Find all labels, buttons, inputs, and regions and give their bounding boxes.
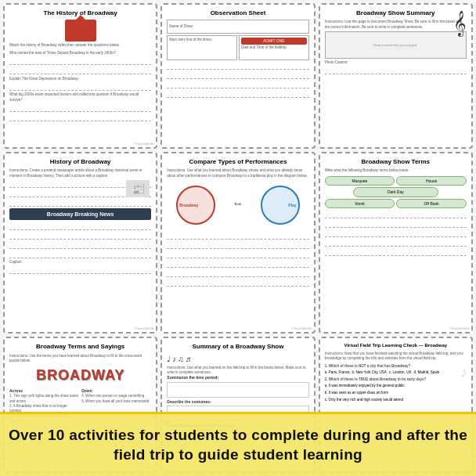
terms-line-4 <box>325 239 467 247</box>
card-1-subtitle: Watch the history of Broadway video then… <box>9 43 151 48</box>
venn-diagram: Broadway Both Play <box>167 182 308 229</box>
watermark-4: ©TeachWithBri <box>134 326 155 330</box>
card-4-instructions: Instructions: Create a pretend newspaper… <box>9 168 151 178</box>
card-11-title: Virtual Field Trip Learning Check — Broa… <box>325 343 467 349</box>
q2c: c. Only the very rich and high society w… <box>325 398 403 402</box>
obs-line-1 <box>167 62 308 70</box>
card-history-broadway: The History of Broadway Watch the histor… <box>3 3 157 149</box>
card-show-summary: Broadway Show Summary 𝄞 Instructions: Us… <box>319 3 473 149</box>
card-3-title: Broadway Show Summary <box>325 9 467 17</box>
q2: 2. Which of these is TRUE about Broadway… <box>325 377 467 382</box>
treble-clef-icon: 𝄞 <box>453 9 467 38</box>
card-2-title: Observation Sheet <box>167 9 308 17</box>
overlay-banner: Over 10 activities for students to compl… <box>0 412 476 476</box>
terms-line-1 <box>325 211 467 218</box>
photo-draw-box: Draw a scene that you enjoyed: <box>325 31 467 59</box>
compare-line-4 <box>167 260 308 268</box>
compare-line-2 <box>167 241 308 249</box>
q1a: a. Paris, France <box>325 370 350 375</box>
card-5-instructions: Instructions: Use what you learned about… <box>167 168 308 178</box>
broadway-red-label: BROADWAY <box>9 366 151 384</box>
costumes-label: Describe the costumes: <box>167 399 308 405</box>
card-1-prompt2: Who owned the area of Times Square Broad… <box>9 51 151 56</box>
card-8-subtitle: Write what the following Broadway terms … <box>325 168 467 173</box>
across-label: Across <box>9 388 79 394</box>
answer-line-5 <box>9 114 151 121</box>
caption-line <box>325 67 467 74</box>
card-9-title: Broadway Terms and Sayings <box>9 343 151 351</box>
term-vomit: Vomit <box>325 199 395 209</box>
compare-line-3 <box>167 251 308 258</box>
broadway-building-icon <box>65 20 96 41</box>
q2-choices: a. It was immediately enjoyed by the gen… <box>325 384 467 402</box>
terms-line-3 <box>325 229 467 237</box>
down-label: Down <box>81 388 151 394</box>
news-line-7 <box>9 251 151 258</box>
watermark-1: ©TeachWithBri <box>134 142 155 146</box>
answer-line-2 <box>9 67 151 74</box>
photo-caption-label: Photo Caption: <box>325 60 467 65</box>
card-history-newspaper: History of Broadway Instructions: Create… <box>3 152 157 334</box>
breaking-news-header: Broadway Breaking News <box>9 208 151 220</box>
terms-grid: Marquee House Dark Day Vomit Off Book <box>325 176 467 209</box>
main-container: The History of Broadway Watch the histor… <box>0 0 476 476</box>
card-8-title: Broadway Show Terms <box>325 158 467 166</box>
card-10-instructions: Instructions: Use what you learned on th… <box>167 366 308 376</box>
card-11-instructions: Instructions: Now that you have finished… <box>325 352 467 362</box>
obs-line-4 <box>167 90 308 98</box>
card-1-prompt1: Explain The Great Depression on Broadway… <box>9 77 151 81</box>
card-5-title: Compare Types of Performances <box>167 158 308 166</box>
card-9-instructions: Instructions: Use the terms you have lea… <box>9 354 151 364</box>
clue-4: 4. When one person or stage something <box>81 394 151 398</box>
watermark-8: ©TeachWithBri <box>449 326 470 330</box>
watermark-5: ©TeachWithBri <box>291 326 312 330</box>
venn-label-play: Play <box>288 203 296 208</box>
card-1-prompt4: What big 2000s event impacted tourism an… <box>9 92 151 103</box>
term-dark-day: Dark Day <box>353 187 438 197</box>
compare-line-1 <box>167 232 308 240</box>
venn-label-both: Both <box>234 202 241 206</box>
card-observation-sheet: Observation Sheet Name of Show: Main sto… <box>160 3 315 149</box>
name-label: Name of Show: <box>169 24 193 29</box>
answer-line-1 <box>9 57 151 65</box>
music-notes-row: ♩ ♪ ♫ ♬ <box>167 354 308 364</box>
card-4-title: History of Broadway <box>9 158 151 166</box>
terms-line-5 <box>325 248 467 256</box>
music-note-4: ♬ <box>186 354 192 364</box>
clue-1: 1. This sign with lights along the show … <box>9 394 79 404</box>
card-show-terms: Broadway Show Terms Write what the follo… <box>319 152 473 334</box>
newspaper-icon <box>126 180 150 197</box>
card-3-instructions: Instructions: Use this page to document … <box>325 20 467 30</box>
q2a: a. It was immediately enjoyed by the gen… <box>325 384 405 388</box>
music-note-3: ♫ <box>178 354 184 364</box>
news-line-4 <box>9 222 151 230</box>
terms-line-2 <box>325 220 467 228</box>
q1b: b. New York City, USA <box>352 370 386 375</box>
music-note-1: ♩ <box>167 354 171 364</box>
q1: 1. Which of these is NOT a city that has… <box>325 364 467 369</box>
obs-line-3 <box>167 81 308 88</box>
caption-label-4: Caption: <box>9 260 151 265</box>
q1-choices: a. Paris, France b. New York City, USA c… <box>325 370 467 375</box>
term-house: House <box>396 176 467 186</box>
term-off-book: Off Book <box>396 199 467 209</box>
card-compare-performances: Compare Types of Performances Instructio… <box>160 152 315 334</box>
answer-line-3 <box>9 83 151 91</box>
compare-line-6 <box>167 279 308 287</box>
draw-label: Draw a scene that you enjoyed: <box>373 43 417 47</box>
compare-line-5 <box>167 269 308 277</box>
music-note-decoration: ♪ <box>460 362 467 382</box>
main-label: Main story line of the show: <box>169 38 235 42</box>
card-10-title: Summary of a Broadway Show <box>167 343 308 351</box>
q1d: d. Madrid, Spain <box>413 370 439 375</box>
news-line-3 <box>9 199 151 207</box>
term-marquee: Marquee <box>325 176 395 186</box>
overlay-text: Over 10 activities for students to compl… <box>8 425 468 465</box>
music-note-2: ♪ <box>172 354 176 364</box>
news-line-5 <box>9 232 151 240</box>
date-label: Date and Time of the fieldtrip: <box>241 45 307 50</box>
q2b: b. It was seen as an upper-class art for… <box>325 391 388 395</box>
answer-line-4 <box>9 104 151 112</box>
news-caption-line <box>9 266 151 274</box>
time-label: Summarize the time period: <box>167 375 308 380</box>
